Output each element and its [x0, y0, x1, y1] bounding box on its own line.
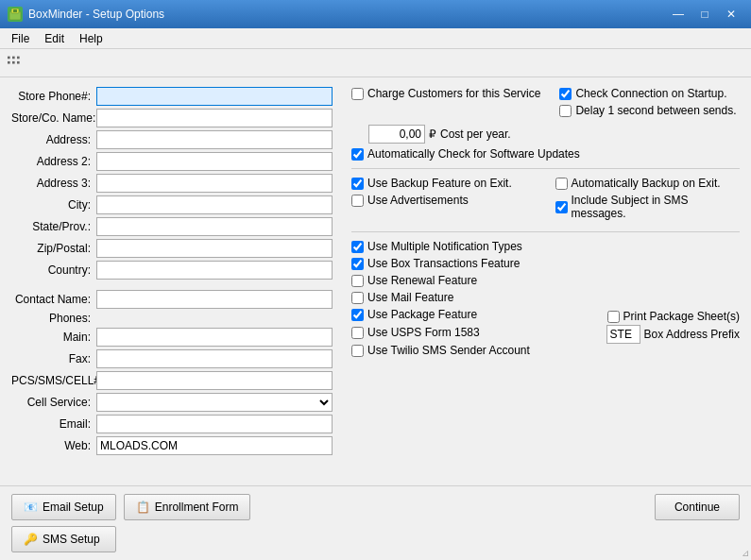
menu-help[interactable]: Help — [72, 30, 111, 46]
mid-checks-left: Use Backup Feature on Exit. Use Advertis… — [351, 177, 537, 224]
minimize-button[interactable]: — — [666, 5, 691, 24]
twilio-sms-label: Use Twilio SMS Sender Account — [367, 344, 530, 357]
use-ads-row: Use Advertisements — [351, 194, 537, 207]
bottom-left-buttons: 📧 Email Setup 🔑 SMS Setup — [11, 494, 116, 552]
menu-file[interactable]: File — [4, 30, 37, 46]
store-name-row: Store/Co. Name: — [11, 109, 333, 127]
package-row: Use Package Feature Print Package Sheet(… — [351, 308, 740, 325]
sms-icon: 🔑 — [24, 533, 38, 546]
continue-button[interactable]: Continue — [655, 494, 740, 520]
address2-input[interactable] — [96, 152, 333, 171]
delay-send-checkbox[interactable] — [559, 105, 572, 117]
sms-setup-button[interactable]: 🔑 SMS Setup — [11, 526, 116, 552]
box-address-prefix-input[interactable] — [606, 325, 640, 344]
resize-handle[interactable]: ⊿ — [742, 548, 749, 558]
country-row: Country: — [11, 261, 333, 280]
check-connection-checkbox[interactable] — [559, 88, 572, 100]
window-controls: — □ ✕ — [666, 5, 743, 24]
close-button[interactable]: ✕ — [719, 5, 743, 24]
mail-feature-checkbox[interactable] — [351, 292, 364, 304]
cell-label: PCS/SMS/CELL#: — [11, 374, 96, 387]
print-package-label: Print Package Sheet(s) — [623, 310, 740, 323]
enrollment-form-button[interactable]: 📋 Enrollment Form — [124, 494, 251, 520]
continue-label: Continue — [674, 501, 720, 514]
package-feature-checkbox[interactable] — [351, 309, 364, 321]
zip-row: Zip/Postal: — [11, 239, 333, 258]
box-transactions-checkbox[interactable] — [351, 258, 364, 270]
auto-check-row: Automatically Check for Software Updates — [351, 147, 740, 161]
cost-label: Cost per year. — [440, 127, 511, 141]
check-connection-label: Check Connection on Startup. — [575, 87, 726, 100]
charge-customers-row: Charge Customers for this Service — [351, 87, 540, 100]
backup-exit-row: Use Backup Feature on Exit. — [351, 177, 537, 190]
address-row: Address: — [11, 130, 333, 149]
use-ads-checkbox[interactable] — [351, 195, 364, 207]
auto-backup-checkbox[interactable] — [555, 178, 568, 190]
state-input[interactable] — [96, 217, 333, 236]
contact-name-input[interactable] — [96, 290, 333, 309]
delay-send-label: Delay 1 second between sends. — [575, 104, 736, 117]
divider-1 — [351, 168, 740, 169]
menu-bar: File Edit Help — [0, 28, 751, 49]
country-input[interactable] — [96, 261, 333, 280]
usps-row: Use USPS Form 1583 Box Address Prefix — [351, 325, 740, 344]
multiple-notification-checkbox[interactable] — [351, 241, 364, 253]
mail-feature-label: Use Mail Feature — [367, 291, 453, 304]
left-panel: Store Phone#: Store/Co. Name: Address: A… — [11, 87, 333, 501]
usps-form-checkbox[interactable] — [351, 327, 364, 339]
web-row: Web: — [11, 436, 333, 455]
renewal-feature-checkbox[interactable] — [351, 275, 364, 287]
cell-input[interactable] — [96, 371, 333, 390]
cost-currency: ₽ — [429, 127, 436, 141]
email-setup-label: Email Setup — [43, 501, 104, 514]
email-row: Email: — [11, 415, 333, 433]
backup-exit-checkbox[interactable] — [351, 178, 364, 190]
charge-customers-label: Charge Customers for this Service — [367, 87, 540, 100]
address2-row: Address 2: — [11, 152, 333, 171]
store-phone-input[interactable] — [96, 87, 333, 106]
include-subject-checkbox[interactable] — [555, 201, 568, 213]
phones-section: Phones: — [11, 312, 333, 325]
package-feature-row: Use Package Feature — [351, 308, 600, 321]
menu-edit[interactable]: Edit — [37, 30, 72, 46]
cost-input[interactable] — [368, 125, 425, 144]
maximize-button[interactable]: □ — [692, 5, 717, 24]
print-package-checkbox[interactable] — [607, 311, 620, 323]
fax-input[interactable] — [96, 349, 333, 368]
auto-check-checkbox[interactable] — [351, 148, 364, 161]
enrollment-icon: 📋 — [136, 501, 150, 514]
twilio-sms-row: Use Twilio SMS Sender Account — [351, 344, 740, 357]
box-transactions-label: Use Box Transactions Feature — [367, 257, 520, 270]
main-phone-label: Main: — [11, 331, 96, 344]
cell-service-label: Cell Service: — [11, 396, 96, 409]
city-row: City: — [11, 195, 333, 214]
toolbar-handle: ⠿ — [4, 54, 21, 73]
main-phone-input[interactable] — [96, 328, 333, 347]
fax-label: Fax: — [11, 352, 96, 365]
usps-form-row: Use USPS Form 1583 — [351, 326, 599, 339]
usps-form-label: Use USPS Form 1583 — [367, 326, 480, 339]
web-input[interactable] — [96, 436, 333, 455]
state-label: State/Prov.: — [11, 220, 96, 233]
charge-customers-checkbox[interactable] — [351, 88, 364, 100]
include-subject-label: Include Subject in SMS messages. — [572, 194, 741, 220]
address-input[interactable] — [96, 130, 333, 149]
contact-name-row: Contact Name: — [11, 290, 333, 309]
toolbar: ⠿ — [0, 49, 751, 77]
cost-row: ₽ Cost per year. — [351, 125, 740, 144]
address3-input[interactable] — [96, 174, 333, 193]
twilio-sms-checkbox[interactable] — [351, 345, 364, 357]
backup-exit-label: Use Backup Feature on Exit. — [367, 177, 512, 190]
store-name-label: Store/Co. Name: — [11, 111, 96, 125]
zip-input[interactable] — [96, 239, 333, 258]
renewal-feature-row: Use Renewal Feature — [351, 274, 740, 287]
sms-setup-label: SMS Setup — [43, 533, 100, 546]
email-setup-button[interactable]: 📧 Email Setup — [11, 494, 116, 520]
title-bar: BoxMinder - Setup Options — □ ✕ — [0, 0, 751, 28]
city-input[interactable] — [96, 195, 333, 214]
store-name-input[interactable] — [96, 109, 333, 127]
address3-label: Address 3: — [11, 177, 96, 190]
cell-service-select[interactable] — [96, 393, 333, 412]
store-phone-label: Store Phone#: — [11, 90, 96, 103]
email-input[interactable] — [96, 415, 333, 433]
